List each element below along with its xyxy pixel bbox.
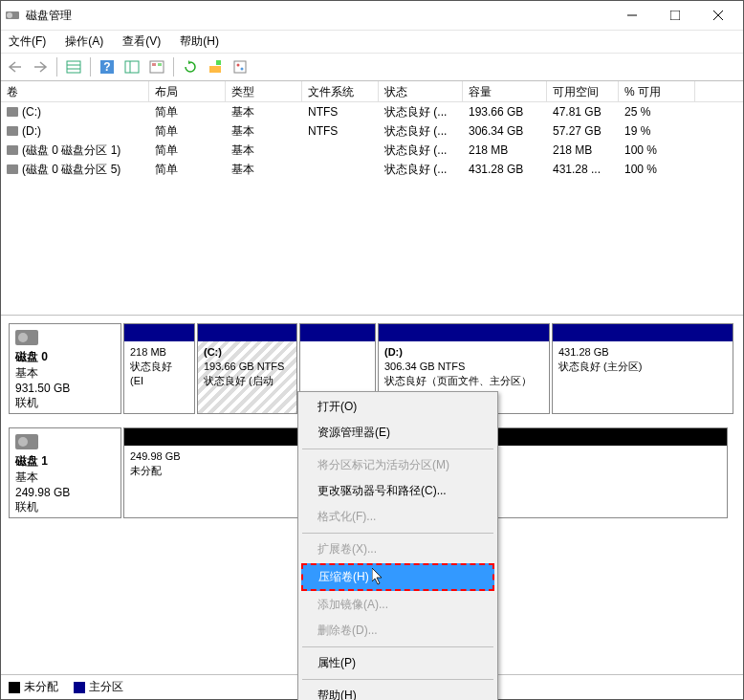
svg-point-1 — [7, 12, 12, 18]
col-free[interactable]: 可用空间 — [547, 81, 619, 101]
cm-extend: 扩展卷(X)... — [300, 536, 495, 562]
partition-body: 431.28 GB状态良好 (主分区) — [553, 341, 733, 413]
partition-header — [553, 324, 733, 341]
maximize-button[interactable] — [653, 1, 696, 30]
partition-header — [379, 324, 549, 341]
partition[interactable]: 218 MB状态良好 (EI — [123, 323, 195, 414]
list-row[interactable]: (磁盘 0 磁盘分区 5)简单基本状态良好 (...431.28 GB431.2… — [1, 160, 743, 179]
rescan-icon[interactable] — [205, 56, 226, 77]
col-volume[interactable]: 卷 — [1, 81, 149, 101]
col-capacity[interactable]: 容量 — [463, 81, 547, 101]
cell: 57.27 GB — [547, 121, 619, 141]
svg-rect-15 — [158, 63, 162, 66]
cell: 简单 — [149, 102, 226, 121]
context-menu: 打开(O) 资源管理器(E) 将分区标记为活动分区(M) 更改驱动器号和路径(C… — [297, 391, 498, 700]
cell — [302, 141, 379, 160]
view-graphical-icon[interactable] — [121, 56, 142, 77]
cm-changeletter[interactable]: 更改驱动器号和路径(C)... — [300, 478, 495, 504]
disk-icon — [15, 434, 38, 449]
cm-props[interactable]: 属性(P) — [300, 650, 495, 676]
cell: 基本 — [226, 141, 302, 160]
cell: 193.66 GB — [463, 102, 547, 121]
properties-icon[interactable] — [230, 56, 251, 77]
cell: 218 MB — [463, 141, 547, 160]
svg-rect-13 — [150, 61, 164, 73]
cell: 简单 — [149, 141, 226, 160]
partition-header — [198, 324, 296, 341]
volume-list[interactable]: 卷 布局 类型 文件系统 状态 容量 可用空间 % 可用 (C:)简单基本NTF… — [1, 81, 743, 316]
col-type[interactable]: 类型 — [226, 81, 302, 101]
cell: 基本 — [226, 121, 302, 141]
cm-delete: 删除卷(D)... — [300, 618, 495, 644]
cell: 简单 — [149, 160, 226, 179]
list-row[interactable]: (C:)简单基本NTFS状态良好 (...193.66 GB47.81 GB25… — [1, 102, 743, 121]
cell: 306.34 GB — [463, 121, 547, 141]
volume-icon — [7, 145, 18, 155]
cm-separator — [302, 533, 493, 534]
cm-help[interactable]: 帮助(H) — [300, 683, 495, 700]
cm-markactive: 将分区标记为活动分区(M) — [300, 452, 495, 478]
menu-view[interactable]: 查看(V) — [119, 32, 164, 52]
cm-open[interactable]: 打开(O) — [300, 394, 495, 420]
svg-rect-11 — [125, 61, 139, 73]
toolbar-separator — [56, 57, 57, 77]
cell: 简单 — [149, 121, 226, 141]
refresh-icon[interactable] — [180, 56, 201, 77]
view-list-icon[interactable] — [63, 56, 84, 77]
settings-icon[interactable] — [146, 56, 167, 77]
cell: 状态良好 (... — [379, 121, 463, 141]
cell: 状态良好 (... — [379, 102, 463, 121]
volume-icon — [7, 107, 18, 117]
cell: 19 % — [619, 121, 695, 141]
cm-separator — [302, 448, 493, 449]
cell: 47.81 GB — [547, 102, 619, 121]
disk-label[interactable]: 磁盘 0基本931.50 GB联机 — [9, 323, 121, 414]
menu-action[interactable]: 操作(A) — [61, 32, 107, 52]
partition[interactable]: (C:)193.66 GB NTFS状态良好 (启动 — [197, 323, 297, 414]
cell — [302, 160, 379, 179]
cm-explorer[interactable]: 资源管理器(E) — [300, 420, 495, 446]
menu-file[interactable]: 文件(F) — [5, 32, 50, 52]
menu-help[interactable]: 帮助(H) — [176, 32, 223, 52]
svg-rect-6 — [67, 61, 80, 73]
cell: (磁盘 0 磁盘分区 1) — [1, 141, 149, 160]
svg-rect-16 — [209, 66, 221, 73]
cm-shrink[interactable]: 压缩卷(H) — [301, 563, 494, 591]
cm-format: 格式化(F)... — [300, 504, 495, 530]
svg-rect-18 — [234, 61, 246, 73]
svg-point-20 — [241, 68, 244, 71]
cell: 状态良好 (... — [379, 141, 463, 160]
list-row[interactable]: (D:)简单基本NTFS状态良好 (...306.34 GB57.27 GB19… — [1, 121, 743, 141]
cell: NTFS — [302, 102, 379, 121]
col-status[interactable]: 状态 — [379, 81, 463, 101]
toolbar-separator — [173, 57, 174, 77]
partition-body: (C:)193.66 GB NTFS状态良好 (启动 — [198, 341, 296, 413]
svg-rect-17 — [216, 60, 221, 65]
titlebar: 磁盘管理 — [1, 1, 743, 30]
svg-point-19 — [237, 64, 240, 67]
col-layout[interactable]: 布局 — [149, 81, 226, 101]
col-pct[interactable]: % 可用 — [619, 81, 695, 101]
cell: 基本 — [226, 160, 302, 179]
close-button[interactable] — [696, 1, 739, 30]
cell: 431.28 GB — [463, 160, 547, 179]
cell: (D:) — [1, 121, 149, 141]
col-fs[interactable]: 文件系统 — [302, 81, 379, 101]
cell: 100 % — [619, 160, 695, 179]
minimize-button[interactable] — [610, 1, 653, 30]
cell: 431.28 ... — [547, 160, 619, 179]
svg-rect-14 — [152, 63, 156, 66]
disk-label[interactable]: 磁盘 1基本249.98 GB联机 — [9, 427, 121, 518]
svg-rect-3 — [670, 11, 680, 20]
cell: (C:) — [1, 102, 149, 121]
cell: 基本 — [226, 102, 302, 121]
partition-body: 218 MB状态良好 (EI — [124, 341, 194, 413]
list-header: 卷 布局 类型 文件系统 状态 容量 可用空间 % 可用 — [1, 81, 743, 102]
list-row[interactable]: (磁盘 0 磁盘分区 1)简单基本状态良好 (...218 MB218 MB10… — [1, 141, 743, 160]
volume-icon — [7, 164, 18, 174]
volume-icon — [7, 126, 18, 136]
window-title: 磁盘管理 — [26, 8, 610, 24]
partition[interactable]: 431.28 GB状态良好 (主分区) — [552, 323, 733, 414]
help-icon[interactable]: ? — [97, 56, 118, 77]
legend-primary: 主分区 — [74, 679, 123, 695]
